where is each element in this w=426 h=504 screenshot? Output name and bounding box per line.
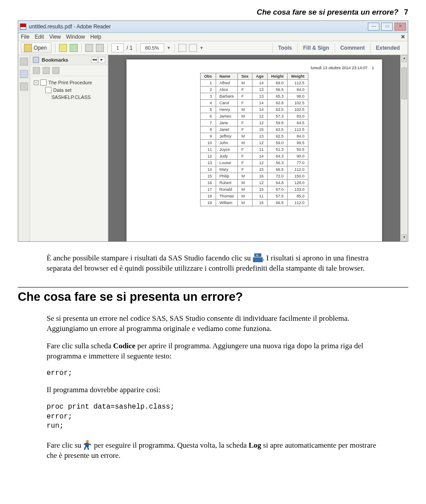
cell: 2 [201,87,216,93]
cell: 56.5 [268,87,288,93]
scroll-up-icon[interactable]: ▴ [402,55,407,62]
pages-panel-icon[interactable] [20,58,28,66]
table-row: 12JudyF1464.390.0 [201,153,308,160]
cell: Ronald [216,186,238,193]
text: È anche possibile stampare i risultati d… [47,254,253,262]
table-row: 17RonaldM1567.0133.0 [201,186,308,193]
window-title: untitled.results.pdf - Adobe Reader [29,24,368,30]
cell: 4 [201,100,216,106]
attachments-icon[interactable] [20,83,28,91]
nav-strip [18,55,30,241]
tab-fill-sign[interactable]: Fill & Sign [297,43,335,53]
email-icon[interactable] [96,44,104,52]
bold-text: Codice [113,342,135,350]
cell: 3 [201,93,216,100]
vertical-scrollbar[interactable]: ▴ ▾ [400,55,408,241]
menu-edit[interactable]: Edit [35,34,44,40]
zoom-dropdown-icon[interactable]: ▼ [167,46,171,50]
zoom-input[interactable]: 80.5% [140,43,164,52]
table-row: 4CarolF1462.8102.5 [201,100,308,106]
menu-window[interactable]: Window [66,34,85,40]
bm-options-icon[interactable] [33,67,40,74]
pdf-icon [20,24,26,30]
table-row: 16RobertM1264.8128.0 [201,180,308,186]
tab-comment[interactable]: Comment [335,43,370,53]
tree-node-root[interactable]: − The Print Procedure [34,79,106,87]
cell: 84.5 [288,120,308,126]
cell: M [238,80,252,87]
tree-node-child[interactable]: SASHELP.CLASS [51,94,106,101]
cell: 112.0 [288,200,308,206]
code-line: proc print data=sashelp.class; [47,402,379,412]
separator [107,43,108,52]
export-icon[interactable] [70,44,78,52]
tree-node-child[interactable]: Data set [45,87,106,94]
bm-next-icon[interactable]: ▸ [98,57,105,63]
page-icon [40,79,47,86]
section-rule [18,287,408,287]
toolbar-more-icon[interactable]: ▼ [200,46,204,50]
bm-new-icon[interactable] [43,67,50,74]
cell: 16 [252,173,268,180]
cell: 99.5 [288,140,308,146]
data-table: ObsNameSexAgeHeightWeight 1AlfredM1469.0… [200,73,308,206]
table-row: 2AliceF1356.584.0 [201,87,308,93]
run-icon [83,440,92,450]
read-mode-icon[interactable] [189,44,197,52]
scroll-thumb[interactable] [402,67,407,99]
cell: 19 [201,200,216,206]
open-button[interactable]: Open [21,43,51,53]
cell: 102.5 [288,100,308,106]
cell: Joyce [216,146,238,153]
table-row: 13LouiseF1256.377.0 [201,160,308,166]
titlebar: untitled.results.pdf - Adobe Reader — ▭ … [18,21,408,33]
separator [174,43,175,52]
toggle-minus-icon[interactable]: − [34,80,39,85]
cell: 62.5 [268,126,288,133]
cell: 133.0 [288,186,308,193]
cell: 14 [252,153,268,160]
cell: 84.0 [288,133,308,140]
table-row: 6JamesM1257.383.0 [201,113,308,120]
bm-delete-icon[interactable] [52,67,59,74]
create-pdf-icon[interactable] [59,44,67,52]
cell: 12 [252,140,268,146]
toolbar: Open 1 / 1 80.5% ▼ ▼ Tools Fill & Sign C… [18,41,408,55]
running-header: Che cosa fare se si presenta un errore? … [18,0,408,20]
cell: 57.3 [268,113,288,120]
cell: 14 [252,100,268,106]
menu-view[interactable]: View [49,34,61,40]
scroll-down-icon[interactable]: ▾ [402,234,407,241]
document-pane[interactable]: lunedì 13 ottobre 2014 23:14:07 1 ObsNam… [108,55,400,241]
cell: 66.5 [268,166,288,173]
close-button[interactable]: ✕ [394,23,406,31]
cell: Jeffrey [216,133,238,140]
bm-prev-icon[interactable]: ◂◂ [91,57,98,63]
cell: 15 [252,186,268,193]
cell: 150.0 [288,173,308,180]
cell: 15 [252,200,268,206]
cell: 8 [201,126,216,133]
menu-help[interactable]: Help [91,34,102,40]
tab-extended[interactable]: Extended [370,43,405,53]
fit-width-icon[interactable] [178,44,186,52]
cell: John [216,140,238,146]
text: Fare clic su [47,441,83,449]
tab-tools[interactable]: Tools [272,43,297,53]
print-icon[interactable] [85,44,93,52]
menu-file[interactable]: File [21,34,29,40]
minimize-button[interactable]: — [368,23,379,31]
page-current-input[interactable]: 1 [111,43,124,52]
cell: Alice [216,87,238,93]
page-number: 7 [404,8,408,16]
paragraph: Il programma dovrebbe apparire così: [47,385,379,395]
cell: 14 [252,106,268,113]
close-doc-icon[interactable]: ✕ [401,34,405,40]
cell: 50.5 [288,146,308,153]
code-line: error; [47,412,379,422]
table-row: 9JeffreyM1362.584.0 [201,133,308,140]
bookmarks-panel-icon[interactable] [20,70,28,78]
cell: 12 [252,113,268,120]
table-row: 1AlfredM1469.0112.5 [201,80,308,87]
maximize-button[interactable]: ▭ [381,23,393,31]
